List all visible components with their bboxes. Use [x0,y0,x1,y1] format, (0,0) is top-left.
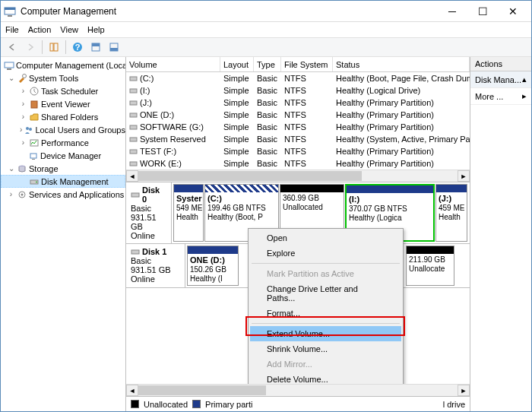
tree-shared-folders[interactable]: ›Shared Folders [1,110,125,123]
expand-icon[interactable]: › [19,100,27,108]
tree-disk-management[interactable]: Disk Management [1,175,125,188]
volume-name: WORK (E:) [140,159,182,168]
disk-label[interactable]: Disk 0Basic931.51 GBOnline [126,182,172,243]
col-fs[interactable]: File System [281,57,333,71]
expand-icon[interactable]: › [19,87,27,95]
tree-local-users[interactable]: ›Local Users and Groups [1,123,125,136]
col-status[interactable]: Status [333,57,470,71]
tree-storage[interactable]: ⌄Storage [1,162,125,175]
volume-type: Basic [254,74,281,83]
svg-rect-10 [110,48,118,51]
legend-unalloc-label: Unallocated [144,400,188,409]
disk-graphic-panel[interactable]: Disk 0Basic931.51 GBOnlineSyster549 MEHe… [126,182,470,384]
scroll-right-button[interactable]: ► [458,385,470,396]
scroll-left-button[interactable]: ◄ [126,385,138,396]
volume-type: Basic [254,147,281,156]
col-type[interactable]: Type [254,57,281,71]
disk-hscroll[interactable]: ◄ ► [126,384,470,396]
disk-type: Basic [131,256,180,265]
volume-status: Healthy (System, Active, Primary Partiti… [333,135,470,144]
window-controls: ─ ☐ ✕ [437,2,528,21]
volume-layout: Simple [220,135,254,144]
maximize-button[interactable]: ☐ [467,2,498,21]
cm-format[interactable]: Format... [250,306,401,321]
expand-icon[interactable]: › [19,125,23,134]
partition[interactable]: Syster549 MEHealth [173,184,204,242]
partition-info: (J:)459 MEHealth [436,192,467,223]
tree-performance[interactable]: ›Performance [1,136,125,149]
view-top-button[interactable] [87,39,104,55]
collapse-icon[interactable]: ⌄ [7,164,15,173]
actions-disk-mgmt[interactable]: Disk Mana... ▴ [470,71,531,88]
volume-fs: NTFS [281,74,333,83]
volume-row[interactable]: SOFTWARE (G:)SimpleBasicNTFSHealthy (Pri… [126,121,470,133]
disk-size: 931.51 GB [131,213,166,231]
scroll-left-button[interactable]: ◄ [126,170,138,182]
scroll-thumb[interactable] [138,171,362,181]
partition[interactable]: ONE (D:)150.26 GBHealthy (I [187,246,239,286]
scroll-right-button[interactable]: ► [458,170,470,182]
volume-hscroll[interactable]: ◄ ► [126,170,470,182]
volume-row[interactable]: (C:)SimpleBasicNTFSHealthy (Boot, Page F… [126,72,470,84]
volume-list[interactable]: (C:)SimpleBasicNTFSHealthy (Boot, Page F… [126,72,470,170]
scroll-track[interactable] [138,170,458,182]
collapse-up-icon: ▴ [522,74,527,84]
close-button[interactable]: ✕ [498,2,528,21]
volume-row[interactable]: TEST (F:)SimpleBasicNTFSHealthy (Primary… [126,145,470,157]
cm-open[interactable]: Open [250,230,401,246]
col-layout[interactable]: Layout [220,57,254,71]
svg-point-16 [26,127,29,130]
tree-system-tools[interactable]: ⌄ System Tools [1,71,125,84]
menu-view[interactable]: View [60,25,78,34]
volume-type: Basic [254,135,281,144]
menu-file[interactable]: File [5,25,19,34]
minimize-button[interactable]: ─ [437,2,467,21]
expand-icon[interactable]: › [19,138,27,147]
volume-row[interactable]: (J:)SimpleBasicNTFSHealthy (Primary Part… [126,97,470,109]
scroll-thumb[interactable] [138,385,266,395]
volume-row[interactable]: System ReservedSimpleBasicNTFSHealthy (S… [126,133,470,145]
back-button[interactable] [4,39,21,55]
help-button[interactable]: ? [69,39,86,55]
cm-extend-volume[interactable]: Extend Volume... [250,326,401,341]
expand-icon[interactable]: › [19,113,27,121]
partition[interactable]: (J:)459 MEHealth [435,184,467,242]
tree-services[interactable]: ›Services and Applications [1,188,125,201]
context-menu[interactable]: Open Explore Mark Partition as Active Ch… [248,228,404,384]
volume-row[interactable]: ONE (D:)SimpleBasicNTFSHealthy (Primary … [126,109,470,121]
menu-action[interactable]: Action [28,25,52,34]
actions-more[interactable]: More ... ▸ [470,88,531,105]
forward-button[interactable] [22,39,39,55]
svg-rect-30 [130,125,137,129]
expand-icon[interactable]: › [7,190,15,198]
legend-unalloc-swatch [131,400,139,408]
volume-icon [129,99,138,107]
cm-explore[interactable]: Explore [250,246,401,261]
services-icon [17,189,27,200]
volume-status: Healthy (Primary Partition) [333,98,470,107]
view-bottom-button[interactable] [106,39,122,55]
tree-event-viewer[interactable]: ›Event Viewer [1,97,125,110]
disk-label[interactable]: Disk 1Basic931.51 GBOnline [126,244,185,287]
nav-tree[interactable]: Computer Management (Local ⌄ System Tool… [1,57,126,411]
svg-rect-11 [5,62,14,68]
svg-rect-33 [130,162,137,166]
scroll-track[interactable] [138,385,458,396]
partition[interactable]: 211.90 GBUnallocate [406,246,454,286]
volume-row[interactable]: (I:)SimpleBasicNTFSHealthy (Logical Driv… [126,84,470,97]
tree-root[interactable]: Computer Management (Local [1,59,125,71]
svg-rect-35 [131,250,139,254]
tree-device-manager[interactable]: Device Manager [1,149,125,162]
cm-change-letter[interactable]: Change Drive Letter and Paths... [250,281,401,306]
volume-status: Healthy (Primary Partition) [333,122,470,132]
col-volume[interactable]: Volume [126,57,220,71]
svg-rect-19 [30,154,36,158]
volume-row[interactable]: WORK (E:)SimpleBasicNTFSHealthy (Primary… [126,157,470,170]
svg-rect-32 [130,150,137,154]
cm-shrink-volume[interactable]: Shrink Volume... [250,341,401,357]
collapse-icon[interactable]: ⌄ [7,74,15,82]
cm-delete-volume[interactable]: Delete Volume... [250,372,401,384]
tree-task-scheduler[interactable]: ›Task Scheduler [1,84,125,97]
menu-help[interactable]: Help [87,25,105,34]
show-hide-button[interactable] [46,39,62,55]
